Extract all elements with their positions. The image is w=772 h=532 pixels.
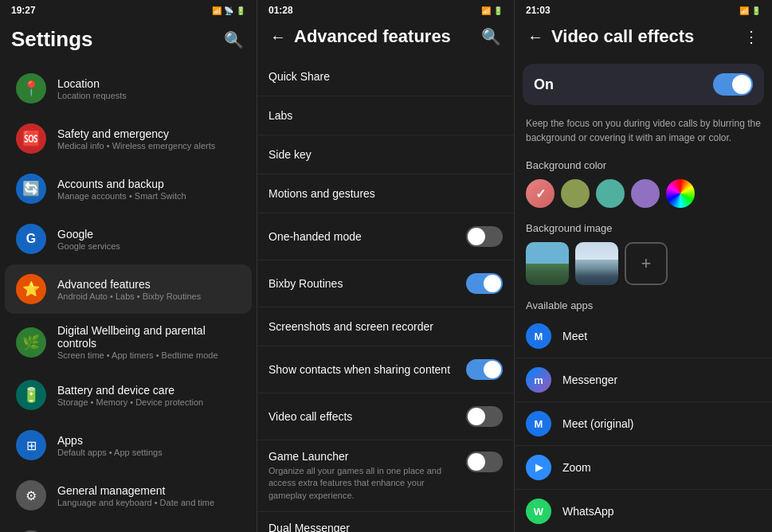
google-text: Google Google services — [57, 228, 120, 251]
vce-on-card: On — [523, 64, 764, 105]
adv-item-video-call[interactable]: Video call effects — [257, 393, 514, 440]
bg-image-title: Background image — [515, 216, 772, 239]
accounts-subtitle: Manage accounts • Smart Switch — [57, 191, 186, 201]
google-title: Google — [57, 228, 120, 241]
accounts-title: Accounts and backup — [57, 178, 186, 190]
apps-title: Apps — [57, 434, 163, 447]
settings-item-battery[interactable]: 🔋 Battery and device care Storage • Memo… — [5, 370, 252, 420]
meet-original-icon: M — [526, 411, 551, 436]
app-item-zoom[interactable]: ▶ Zoom — [515, 446, 772, 490]
vce-main-toggle[interactable] — [713, 73, 753, 96]
wifi-icon: 📶 — [212, 6, 221, 15]
available-apps-title: Available apps — [515, 293, 772, 315]
bg-image-2[interactable] — [575, 242, 618, 285]
apps-icon: ⊞ — [16, 430, 46, 460]
color-circles-container — [515, 176, 772, 216]
general-title: General management — [57, 484, 214, 497]
location-text: Location Location requests — [57, 77, 127, 100]
bixby-toggle-thumb — [484, 275, 501, 292]
settings-item-accounts[interactable]: 🔄 Accounts and backup Manage accounts • … — [5, 164, 252, 213]
settings-item-apps[interactable]: ⊞ Apps Default apps • App settings — [5, 421, 252, 470]
vce-content: On Keep the focus on you during video ca… — [515, 57, 772, 532]
bg-image-1[interactable] — [526, 242, 569, 285]
adv-item-screenshots[interactable]: Screenshots and screen recorder — [257, 307, 514, 346]
color-pink[interactable] — [526, 179, 555, 208]
meet-original-label: Meet (original) — [562, 417, 633, 430]
side-key-label: Side key — [268, 148, 312, 161]
battery-title: Battery and device care — [57, 384, 203, 397]
video-call-toggle[interactable] — [466, 406, 503, 427]
meet-label: Meet — [562, 330, 587, 342]
app-item-whatsapp[interactable]: W WhatsApp — [515, 490, 772, 532]
adv-item-dual-messenger[interactable]: Dual Messenger Sign in to a second accou… — [257, 512, 514, 532]
settings-panel: 19:27 📶 📡 🔋 Settings 🔍 📍 Location Locati… — [0, 0, 257, 532]
adv-item-one-handed[interactable]: One-handed mode — [257, 213, 514, 260]
dual-messenger-label: Dual Messenger — [268, 522, 485, 532]
game-launcher-toggle[interactable] — [466, 452, 503, 472]
one-handed-toggle-thumb — [468, 228, 485, 245]
settings-item-general[interactable]: ⚙ General management Language and keyboa… — [5, 471, 252, 520]
app-item-meet-original[interactable]: M Meet (original) — [515, 402, 772, 446]
status-time-2: 01:28 — [268, 5, 293, 16]
adv-item-quick-share[interactable]: Quick Share — [257, 57, 514, 96]
accounts-text: Accounts and backup Manage accounts • Sm… — [57, 178, 186, 201]
status-icons-3: 📶 🔋 — [739, 6, 761, 15]
advanced-icon: ⭐ — [16, 274, 46, 304]
quick-share-label: Quick Share — [268, 70, 330, 83]
status-bar-1: 19:27 📶 📡 🔋 — [0, 0, 257, 19]
labs-label: Labs — [268, 109, 292, 122]
search-button-2[interactable]: 🔍 — [480, 25, 503, 48]
more-options-button[interactable]: ⋮ — [742, 25, 761, 48]
battery-icon-2: 🔋 — [493, 6, 503, 15]
bixby-toggle[interactable] — [466, 273, 503, 294]
game-launcher-subtitle: Organize all your games all in one place… — [268, 465, 460, 502]
location-icon: 📍 — [16, 73, 46, 104]
settings-list: 📍 Location Location requests 🆘 Safety an… — [0, 63, 257, 532]
color-teal[interactable] — [596, 179, 625, 208]
advanced-title-header: Advanced features — [294, 26, 451, 47]
google-subtitle: Google services — [57, 241, 120, 251]
accounts-icon: 🔄 — [16, 174, 46, 204]
wifi-icon-2: 📶 — [481, 6, 491, 15]
vce-header: ← Video call effects ⋮ — [515, 19, 772, 57]
safety-title: Safety and emergency — [57, 127, 215, 140]
one-handed-label: One-handed mode — [268, 230, 362, 243]
status-time-1: 19:27 — [11, 5, 36, 16]
app-item-messenger[interactable]: m Messenger — [515, 358, 772, 402]
whatsapp-icon: W — [526, 499, 551, 524]
adv-item-game-launcher[interactable]: Game Launcher Organize all your games al… — [257, 440, 514, 512]
one-handed-toggle[interactable] — [466, 226, 503, 247]
show-contacts-toggle[interactable] — [466, 359, 503, 380]
advanced-title: Advanced features — [57, 278, 201, 291]
meet-icon: M — [526, 323, 551, 349]
settings-item-google[interactable]: G Google Google services — [5, 214, 252, 264]
settings-header: Settings 🔍 — [0, 19, 257, 63]
color-purple[interactable] — [631, 179, 660, 208]
settings-item-accessibility[interactable]: ♿ Accessibility TalkBack • Mono audio • … — [5, 521, 252, 532]
video-call-label: Video call effects — [268, 410, 352, 423]
color-olive[interactable] — [561, 179, 590, 208]
signal-icon: 📡 — [224, 6, 233, 15]
back-button-3[interactable]: ← — [526, 26, 545, 48]
settings-item-location[interactable]: 📍 Location Location requests — [5, 64, 252, 113]
adv-item-show-contacts[interactable]: Show contacts when sharing content — [257, 346, 514, 393]
settings-item-advanced[interactable]: ⭐ Advanced features Android Auto • Labs … — [5, 264, 252, 314]
settings-item-wellbeing[interactable]: 🌿 Digital Wellbeing and parental control… — [5, 315, 252, 370]
mountain-image — [575, 242, 618, 285]
settings-item-safety[interactable]: 🆘 Safety and emergency Medical info • Wi… — [5, 114, 252, 163]
motions-label: Motions and gestures — [268, 187, 375, 200]
status-icons-1: 📶 📡 🔋 — [212, 6, 245, 15]
bg-image-add-button[interactable]: + — [625, 242, 668, 285]
vce-description: Keep the focus on you during video calls… — [515, 111, 772, 153]
screenshots-label: Screenshots and screen recorder — [268, 320, 433, 333]
adv-item-motions[interactable]: Motions and gestures — [257, 174, 514, 213]
app-item-meet[interactable]: M Meet — [515, 315, 772, 358]
adv-item-bixby[interactable]: Bixby Routines — [257, 260, 514, 307]
wellbeing-text: Digital Wellbeing and parental controls … — [57, 324, 241, 360]
color-gradient[interactable] — [666, 179, 695, 208]
search-button[interactable]: 🔍 — [222, 29, 245, 51]
adv-item-labs[interactable]: Labs — [257, 96, 514, 135]
adv-item-side-key[interactable]: Side key — [257, 135, 514, 174]
battery-text: Battery and device care Storage • Memory… — [57, 384, 203, 407]
back-button-2[interactable]: ← — [268, 26, 288, 48]
